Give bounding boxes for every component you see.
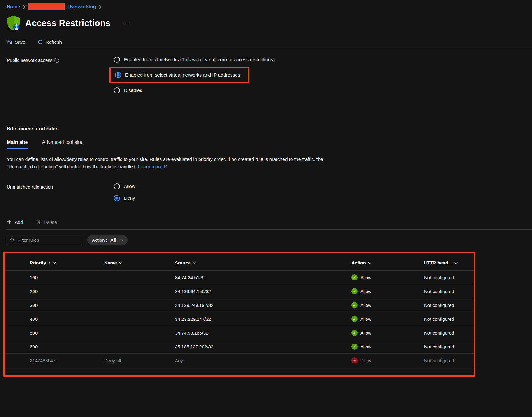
table-row[interactable]: 600 35.185.127.202/32 ✓ Allow Not config… bbox=[5, 340, 474, 354]
site-tabs: Main site Advanced tool site bbox=[7, 140, 532, 149]
allow-status-icon: ✓ bbox=[351, 344, 358, 350]
column-header-priority[interactable]: Priority ↑ bbox=[30, 260, 104, 265]
plus-icon bbox=[7, 219, 12, 225]
page-title: Access Restrictions bbox=[25, 18, 110, 28]
action-label: Deny bbox=[360, 358, 371, 363]
action-label: Allow bbox=[360, 344, 371, 349]
cell-http-header: Not configured bbox=[424, 330, 474, 336]
page-header: Access Restrictions ... bbox=[7, 15, 532, 31]
radio-disabled[interactable]: Disabled bbox=[114, 85, 275, 96]
public-network-access-section: Public network access i Enabled from all… bbox=[7, 54, 532, 96]
breadcrumb: Home | Networking bbox=[7, 3, 532, 10]
tab-main-site[interactable]: Main site bbox=[7, 140, 28, 149]
access-restrictions-shield-icon bbox=[7, 15, 20, 31]
radio-button-icon bbox=[114, 87, 120, 93]
command-bar: Save Refresh bbox=[7, 39, 532, 49]
tab-advanced-tool-site[interactable]: Advanced tool site bbox=[42, 140, 82, 149]
cell-action: ✓ Allow bbox=[351, 344, 424, 350]
action-filter-pill[interactable]: Action : All × bbox=[87, 235, 128, 245]
rules-command-bar: Add Delete bbox=[7, 219, 532, 230]
cell-source: 34.139.249.192/32 bbox=[175, 303, 351, 308]
cell-http-header: Not configured bbox=[424, 344, 474, 349]
delete-rule-button[interactable]: Delete bbox=[36, 219, 57, 225]
save-button[interactable]: Save bbox=[7, 39, 25, 45]
annotation-highlight-rules-table: Priority ↑ Name Source Action HTTP bbox=[3, 252, 475, 377]
trash-icon bbox=[36, 219, 41, 225]
cell-source: 34.74.93.165/32 bbox=[175, 330, 351, 336]
column-header-source[interactable]: Source bbox=[175, 260, 351, 265]
cell-priority: 600 bbox=[30, 344, 104, 349]
pill-value: All bbox=[110, 237, 116, 243]
cell-name: Deny all bbox=[104, 358, 175, 363]
cell-http-header: Not configured bbox=[424, 303, 474, 308]
table-footer bbox=[5, 367, 474, 372]
cell-http-header: Not configured bbox=[424, 275, 474, 280]
column-header-name[interactable]: Name bbox=[104, 260, 175, 265]
cell-priority: 2147483647 bbox=[30, 358, 104, 363]
cell-priority: 300 bbox=[30, 303, 104, 308]
radio-enabled-select-networks[interactable]: Enabled from select virtual networks and… bbox=[115, 69, 240, 81]
field-label-text: Unmatched rule action bbox=[7, 184, 53, 189]
allow-status-icon: ✓ bbox=[351, 288, 358, 294]
allow-status-icon: ✓ bbox=[351, 330, 358, 336]
save-icon bbox=[7, 39, 12, 45]
delete-label: Delete bbox=[44, 220, 57, 225]
column-label: Name bbox=[104, 260, 117, 265]
search-icon bbox=[10, 238, 15, 242]
column-header-action[interactable]: Action bbox=[351, 260, 424, 265]
cell-action: × Deny bbox=[351, 357, 424, 363]
cell-source: 34.139.64.150/32 bbox=[175, 289, 351, 294]
cell-priority: 100 bbox=[30, 275, 104, 280]
refresh-button[interactable]: Refresh bbox=[38, 39, 62, 45]
cell-source: 34.74.84.51/32 bbox=[175, 275, 351, 280]
cell-action: ✓ Allow bbox=[351, 274, 424, 280]
learn-more-link[interactable]: Learn more bbox=[138, 164, 162, 169]
action-label: Allow bbox=[360, 289, 371, 294]
table-row[interactable]: 300 34.139.249.192/32 ✓ Allow Not config… bbox=[5, 298, 474, 312]
unmatched-rule-action-section: Unmatched rule action Allow Deny bbox=[7, 181, 532, 204]
more-options-icon[interactable]: ... bbox=[123, 19, 129, 25]
table-body: 100 34.74.84.51/32 ✓ Allow Not configure… bbox=[5, 271, 474, 367]
radio-label: Enabled from select virtual networks and… bbox=[125, 72, 240, 78]
table-row[interactable]: 400 34.23.229.147/32 ✓ Allow Not configu… bbox=[5, 312, 474, 326]
breadcrumb-home[interactable]: Home bbox=[7, 4, 20, 10]
allow-status-icon: ✓ bbox=[351, 302, 358, 308]
radio-enabled-all-networks[interactable]: Enabled from all networks (This will cle… bbox=[114, 54, 275, 66]
cell-priority: 200 bbox=[30, 289, 104, 294]
close-icon[interactable]: × bbox=[120, 237, 123, 243]
column-header-http-header[interactable]: HTTP head... bbox=[424, 260, 474, 265]
table-header-row: Priority ↑ Name Source Action HTTP bbox=[5, 255, 474, 271]
pill-label: Action : bbox=[92, 237, 107, 243]
action-label: Allow bbox=[360, 330, 371, 336]
chevron-down-icon bbox=[193, 262, 196, 264]
breadcrumb-networking[interactable]: | Networking bbox=[67, 4, 96, 10]
table-row[interactable]: 2147483647 Deny all Any × Deny Not confi… bbox=[5, 354, 474, 367]
radio-button-icon bbox=[115, 72, 121, 78]
table-row[interactable]: 200 34.139.64.150/32 ✓ Allow Not configu… bbox=[5, 284, 474, 298]
refresh-icon bbox=[38, 39, 43, 45]
breadcrumb-redacted-resource bbox=[28, 3, 65, 10]
save-label: Save bbox=[15, 39, 25, 45]
radio-label: Enabled from all networks (This will cle… bbox=[124, 57, 275, 62]
chevron-right-icon bbox=[23, 5, 26, 9]
cell-source: 34.23.229.147/32 bbox=[175, 316, 351, 322]
radio-allow[interactable]: Allow bbox=[114, 181, 135, 192]
info-icon[interactable]: i bbox=[54, 58, 59, 63]
action-label: Allow bbox=[360, 316, 371, 322]
table-row[interactable]: 500 34.74.93.165/32 ✓ Allow Not configur… bbox=[5, 326, 474, 340]
cell-action: ✓ Allow bbox=[351, 302, 424, 308]
cell-source: 35.185.127.202/32 bbox=[175, 344, 351, 349]
table-row[interactable]: 100 34.74.84.51/32 ✓ Allow Not configure… bbox=[5, 271, 474, 284]
public-network-access-label: Public network access i bbox=[7, 54, 114, 96]
filter-rules-searchbox[interactable] bbox=[7, 235, 82, 245]
site-access-heading: Site access and rules bbox=[7, 126, 532, 132]
filter-rules-input[interactable] bbox=[18, 237, 79, 243]
deny-status-icon: × bbox=[351, 357, 358, 363]
cell-http-header: Not configured bbox=[424, 289, 474, 294]
public-network-access-options: Enabled from all networks (This will cle… bbox=[114, 54, 275, 96]
column-label: Priority bbox=[30, 260, 46, 265]
cell-priority: 400 bbox=[30, 316, 104, 322]
add-label: Add bbox=[15, 220, 23, 225]
add-rule-button[interactable]: Add bbox=[7, 219, 23, 225]
radio-deny[interactable]: Deny bbox=[114, 192, 135, 204]
